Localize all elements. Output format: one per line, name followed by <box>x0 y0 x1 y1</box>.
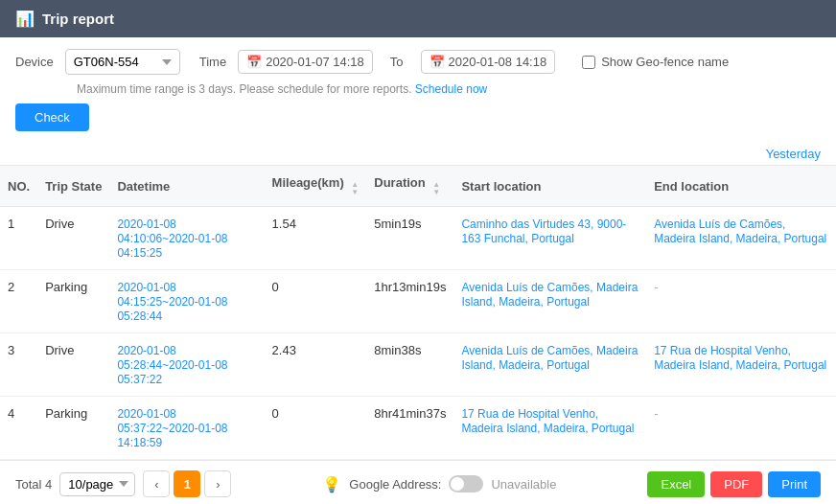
table-cell: 3 <box>0 333 37 397</box>
table-row: 2Parking2020-01-08 04:15:25~2020-01-08 0… <box>0 270 836 333</box>
footer-center: 💡 Google Address: Unavailable <box>322 475 556 493</box>
page-title: Trip report <box>42 11 114 27</box>
pdf-button[interactable]: PDF <box>710 471 762 497</box>
table-wrap: NO. Trip State Datetime Mileage(km) ▲ ▼ … <box>0 165 836 460</box>
table-cell[interactable]: Caminho das Virtudes 43, 9000-163 Funcha… <box>453 207 646 270</box>
table-header-row: NO. Trip State Datetime Mileage(km) ▲ ▼ … <box>0 166 836 207</box>
app-header: 📊 Trip report <box>0 0 836 37</box>
footer-left: Total 4 10/page 20/page 50/page ‹ 1 › <box>15 470 231 497</box>
excel-button[interactable]: Excel <box>647 471 705 497</box>
header-icon: 📊 <box>15 10 35 28</box>
schedule-hint: Maximum time range is 3 days. Please sch… <box>0 80 836 103</box>
th-mileage: Mileage(km) ▲ ▼ <box>265 166 367 207</box>
table-cell: - <box>646 270 836 333</box>
table-cell[interactable]: 17 Rua de Hospital Venho, Madeira Island… <box>646 333 836 397</box>
schedule-hint-text: Maximum time range is 3 days. Please sch… <box>77 82 411 96</box>
th-datetime: Datetime <box>109 166 264 207</box>
table-cell: 8min38s <box>366 333 453 397</box>
th-trip-state: Trip State <box>37 166 109 207</box>
page-1-button[interactable]: 1 <box>174 470 200 497</box>
check-button-wrap: Check <box>0 103 836 143</box>
footer: Total 4 10/page 20/page 50/page ‹ 1 › 💡 … <box>0 460 836 504</box>
table-cell: 0 <box>265 397 367 460</box>
table-row: 1Drive2020-01-08 04:10:06~2020-01-08 04:… <box>0 207 836 270</box>
th-no: NO. <box>0 166 37 207</box>
google-address-label: Google Address: <box>349 477 441 492</box>
table-cell[interactable]: 17 Rua de Hospital Venho, Madeira Island… <box>453 397 646 460</box>
print-button[interactable]: Print <box>768 471 821 497</box>
th-end-location: End location <box>646 166 836 207</box>
yesterday-row: Yesterday <box>0 143 836 165</box>
th-duration: Duration ▲ ▼ <box>366 166 453 207</box>
time-label: Time <box>199 55 226 69</box>
to-label: To <box>390 55 404 69</box>
device-label: Device <box>15 55 54 69</box>
trip-table: NO. Trip State Datetime Mileage(km) ▲ ▼ … <box>0 165 836 460</box>
unavailable-label: Unavailable <box>491 477 556 492</box>
table-cell: Drive <box>37 207 109 270</box>
table-cell[interactable]: 2020-01-08 05:28:44~2020-01-08 05:37:22 <box>109 333 264 397</box>
table-cell: Drive <box>37 333 109 397</box>
schedule-link[interactable]: Schedule now <box>415 82 487 96</box>
geo-fence-wrap: Show Geo-fence name <box>582 55 729 69</box>
calendar-start-icon: 📅 <box>246 55 262 69</box>
time-end-value: 2020-01-08 14:18 <box>449 55 547 69</box>
table-cell: 1hr13min19s <box>366 270 453 333</box>
th-start-location: Start location <box>453 166 646 207</box>
duration-sort-down-icon[interactable]: ▼ <box>432 189 440 196</box>
table-cell[interactable]: Avenida Luís de Camões, Madeira Island, … <box>646 207 836 270</box>
next-page-button[interactable]: › <box>204 470 231 497</box>
time-start-input[interactable]: 📅 2020-01-07 14:18 <box>238 50 373 74</box>
table-cell: 8hr41min37s <box>366 397 453 460</box>
toolbar: Device GT06N-554 Time 📅 2020-01-07 14:18… <box>0 37 836 80</box>
table-cell: 4 <box>0 397 37 460</box>
table-cell[interactable]: Avenida Luís de Camões, Madeira Island, … <box>453 270 646 333</box>
device-select[interactable]: GT06N-554 <box>65 49 180 75</box>
duration-sort[interactable]: ▲ ▼ <box>432 181 440 196</box>
mileage-sort[interactable]: ▲ ▼ <box>351 181 359 196</box>
table-cell: 1 <box>0 207 37 270</box>
table-cell[interactable]: Avenida Luís de Camões, Madeira Island, … <box>453 333 646 397</box>
table-cell[interactable]: 2020-01-08 05:37:22~2020-01-08 14:18:59 <box>109 397 264 460</box>
table-cell: Parking <box>37 397 109 460</box>
table-row: 4Parking2020-01-08 05:37:22~2020-01-08 1… <box>0 397 836 460</box>
time-start-value: 2020-01-07 14:18 <box>266 55 364 69</box>
table-cell: - <box>646 397 836 460</box>
calendar-end-icon: 📅 <box>430 55 445 69</box>
time-end-input[interactable]: 📅 2020-01-08 14:18 <box>421 50 556 74</box>
sort-down-icon[interactable]: ▼ <box>351 189 359 196</box>
table-cell: 0 <box>265 270 367 333</box>
table-cell: 2.43 <box>265 333 367 397</box>
geo-fence-label: Show Geo-fence name <box>601 55 729 69</box>
google-bulb-icon: 💡 <box>322 475 341 493</box>
prev-page-button[interactable]: ‹ <box>143 470 170 497</box>
table-cell[interactable]: 2020-01-08 04:10:06~2020-01-08 04:15:25 <box>109 207 264 270</box>
table-cell: Parking <box>37 270 109 333</box>
google-address-toggle[interactable] <box>449 475 483 493</box>
geo-fence-checkbox[interactable] <box>582 56 595 69</box>
table-cell: 1.54 <box>265 207 367 270</box>
check-button[interactable]: Check <box>15 103 89 131</box>
footer-right: Excel PDF Print <box>647 471 821 497</box>
table-cell: 5min19s <box>366 207 453 270</box>
table-row: 3Drive2020-01-08 05:28:44~2020-01-08 05:… <box>0 333 836 397</box>
pagination: ‹ 1 › <box>143 470 231 497</box>
table-cell: 2 <box>0 270 37 333</box>
table-cell[interactable]: 2020-01-08 04:15:25~2020-01-08 05:28:44 <box>109 270 264 333</box>
per-page-select[interactable]: 10/page 20/page 50/page <box>59 472 135 496</box>
yesterday-link[interactable]: Yesterday <box>766 147 821 161</box>
total-label: Total 4 <box>15 477 52 492</box>
toggle-slider <box>449 475 483 493</box>
